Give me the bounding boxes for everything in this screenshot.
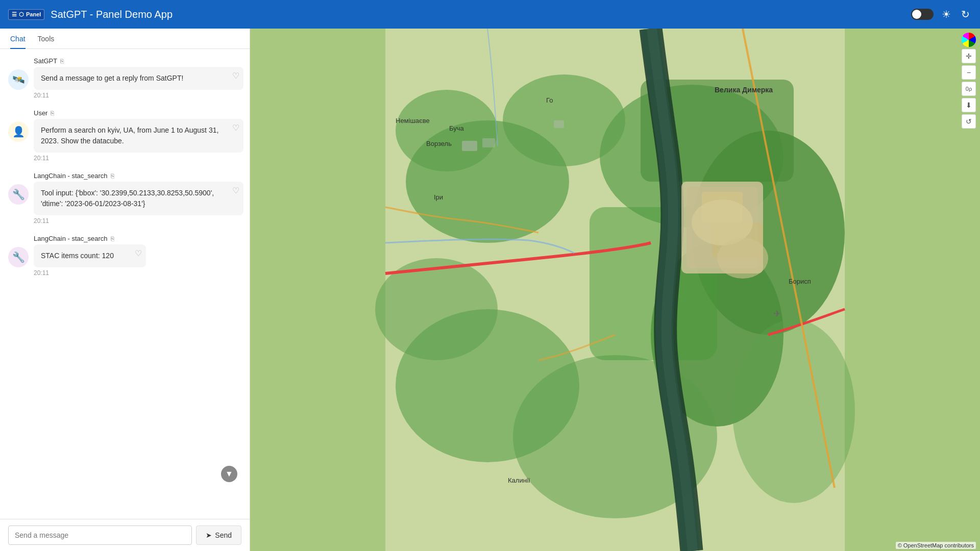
copy-icon-4[interactable]: ⎘: [111, 235, 114, 242]
svg-point-10: [732, 319, 855, 503]
bubble-3: Tool input: {'bbox': '30.2399,50.2133,30…: [34, 182, 243, 215]
message-text-3: Tool input: {'bbox': '30.2399,50.2133,30…: [41, 189, 214, 208]
avatar-satgpt: 🛰️: [8, 69, 29, 90]
tab-tools[interactable]: Tools: [38, 29, 55, 49]
message-content-2: User ⎘ Perform a search on kyiv, UA, fro…: [34, 109, 243, 162]
brightness-icon[interactable]: ☀: [940, 6, 953, 22]
message-content-3: LangChain - stac_search ⎘ Tool input: {'…: [34, 172, 243, 224]
bubble-4: STAC items count: 120 ♡: [34, 244, 146, 267]
svg-text:Ворзель: Ворзель: [426, 140, 452, 147]
avatar-tool-1: 🔧: [8, 184, 29, 205]
input-area: ➤ Send: [0, 519, 250, 551]
send-icon: ➤: [206, 531, 212, 539]
message-header-4: LangChain - stac_search ⎘: [34, 235, 243, 242]
time-1: 20:11: [34, 92, 243, 99]
heart-btn-2[interactable]: ♡: [232, 123, 239, 133]
chat-area[interactable]: 🛰️ SatGPT ⎘ Send a message to get a repl…: [0, 49, 250, 519]
message-text-2: Perform a search on kyiv, UA, from June …: [41, 126, 218, 145]
svg-text:Го: Го: [546, 96, 553, 104]
svg-text:✈: ✈: [773, 309, 781, 319]
svg-rect-21: [554, 120, 564, 128]
map-background: Велика Димерка Немішаєве Буча Ворзель Го…: [250, 29, 980, 551]
scroll-down-btn[interactable]: ▼: [221, 466, 237, 482]
sender-user: User: [34, 109, 47, 117]
svg-text:Борисп: Борисп: [789, 278, 811, 285]
tab-bar: Chat Tools: [0, 29, 250, 49]
bubble-1: Send a message to get a reply from SatGP…: [34, 67, 243, 90]
map-reset-icon[interactable]: ↺: [962, 114, 976, 129]
message-header-1: SatGPT ⎘: [34, 57, 243, 65]
message-content-1: SatGPT ⎘ Send a message to get a reply f…: [34, 57, 243, 99]
message-text-4: STAC items count: 120: [41, 252, 114, 260]
avatar-user: 👤: [8, 121, 29, 142]
svg-rect-20: [482, 138, 495, 147]
toggle-knob: [912, 10, 921, 19]
map-download-icon[interactable]: ⬇: [962, 98, 976, 112]
send-label: Send: [215, 531, 232, 539]
message-header-3: LangChain - stac_search ⎘: [34, 172, 243, 180]
message-header-2: User ⎘: [34, 109, 243, 117]
bubble-2: Perform a search on kyiv, UA, from June …: [34, 119, 243, 153]
map-layers-icon[interactable]: 0ρ: [962, 82, 976, 96]
message-group-2: 👤 User ⎘ Perform a search on kyiv, UA, f…: [8, 109, 250, 162]
heart-btn-4[interactable]: ♡: [135, 248, 142, 258]
time-4: 20:11: [34, 269, 243, 277]
copy-icon-1[interactable]: ⎘: [60, 58, 64, 65]
logo-area: ☰ ⬡ Panel: [8, 9, 44, 20]
attribution-text: © OpenStreetMap contributors: [898, 542, 974, 548]
app-title: SatGPT - Panel Demo App: [51, 9, 905, 20]
svg-text:Іри: Іри: [434, 193, 443, 201]
map-panel: Велика Димерка Немішаєве Буча Ворзель Го…: [250, 29, 980, 551]
map-svg: Велика Димерка Немішаєве Буча Ворзель Го…: [250, 29, 980, 551]
message-group-3: 🔧 LangChain - stac_search ⎘ Tool input: …: [8, 172, 250, 224]
hamburger-icon: ☰: [12, 11, 17, 18]
avatar-tool-2: 🔧: [8, 247, 29, 267]
tab-chat[interactable]: Chat: [10, 29, 26, 49]
svg-rect-19: [462, 141, 477, 151]
message-input[interactable]: [8, 525, 192, 545]
sender-tool-2: LangChain - stac_search: [34, 235, 108, 242]
copy-icon-3[interactable]: ⎘: [111, 172, 114, 180]
message-group-4: 🔧 LangChain - stac_search ⎘ STAC items c…: [8, 235, 250, 277]
main-layout: Chat Tools 🛰️ SatGPT ⎘ Send a message to…: [0, 29, 980, 551]
logo-text: Panel: [26, 11, 41, 17]
app-header: ☰ ⬡ Panel SatGPT - Panel Demo App ☀ ↻: [0, 0, 980, 29]
map-attribution: © OpenStreetMap contributors: [896, 542, 976, 549]
refresh-circle-icon[interactable]: ↻: [959, 6, 972, 22]
map-controls: ✛ − 0ρ ⬇ ↺: [962, 33, 976, 129]
copy-icon-2[interactable]: ⎘: [51, 110, 54, 117]
time-2: 20:11: [34, 155, 243, 162]
heart-btn-3[interactable]: ♡: [232, 186, 239, 195]
svg-text:Калинії: Калинії: [508, 477, 530, 484]
logo-box: ☰ ⬡ Panel: [8, 9, 44, 20]
message-content-4: LangChain - stac_search ⎘ STAC items cou…: [34, 235, 243, 277]
svg-point-2: [396, 90, 498, 171]
logo-icon: ⬡: [19, 11, 24, 18]
sender-satgpt: SatGPT: [34, 57, 57, 65]
theme-toggle[interactable]: [911, 9, 934, 20]
heart-btn-1[interactable]: ♡: [232, 71, 239, 81]
map-zoom-in-icon[interactable]: −: [962, 65, 976, 80]
left-panel: Chat Tools 🛰️ SatGPT ⎘ Send a message to…: [0, 29, 250, 551]
map-move-icon[interactable]: ✛: [962, 49, 976, 63]
svg-point-18: [717, 238, 768, 279]
sender-tool-1: LangChain - stac_search: [34, 172, 108, 180]
map-logo-icon: [962, 33, 976, 47]
svg-text:Буча: Буча: [449, 124, 464, 132]
header-controls: ☀ ↻: [911, 6, 972, 22]
message-text-1: Send a message to get a reply from SatGP…: [41, 74, 183, 82]
svg-text:Велика Димерка: Велика Димерка: [715, 86, 773, 94]
message-group-1: 🛰️ SatGPT ⎘ Send a message to get a repl…: [8, 57, 250, 99]
send-button[interactable]: ➤ Send: [196, 525, 241, 545]
svg-text:Немішаєве: Немішаєве: [396, 117, 430, 124]
time-3: 20:11: [34, 217, 243, 224]
